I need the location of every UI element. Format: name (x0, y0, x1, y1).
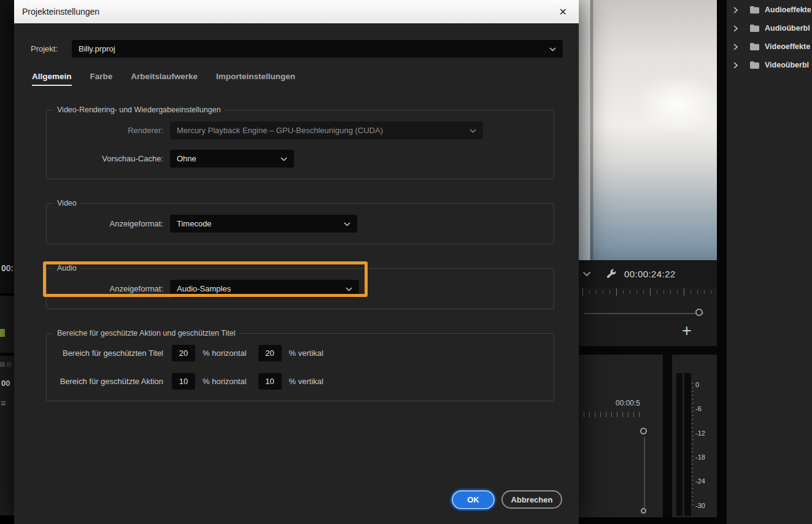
panel-divider (717, 0, 727, 524)
bin-label: Videoeffekte (765, 42, 810, 51)
group-legend: Video-Rendering- und Wiedergabeeinstellu… (53, 106, 225, 114)
tab-arbeitslaufwerke[interactable]: Arbeitslaufwerke (131, 72, 198, 86)
video-format-label: Anzeigeformat: (54, 219, 163, 228)
timeline-ruler-fragment (0, 296, 14, 353)
horizontal-unit-label: % horizontal (203, 349, 247, 358)
scrollbar-handle[interactable] (695, 309, 703, 316)
safe-title-horizontal-input[interactable] (172, 345, 195, 361)
tab-farbe[interactable]: Farbe (90, 72, 113, 86)
audio-format-dropdown[interactable]: Audio-Samples (170, 280, 359, 298)
group-legend: Bereiche für geschützte Aktion und gesch… (53, 329, 239, 337)
panel-divider (663, 355, 672, 517)
chevron-right-icon[interactable] (733, 7, 738, 13)
slider-handle[interactable] (641, 508, 646, 514)
audio-ruler-ticks (584, 412, 643, 417)
panel-divider (579, 346, 717, 355)
renderer-label: Renderer: (54, 126, 163, 135)
slider-track[interactable] (644, 437, 645, 508)
bin-row-videoeffekte[interactable]: Videoeffekte (727, 37, 812, 56)
folder-icon (750, 61, 759, 69)
safe-action-row: Bereich für geschützte Aktion % horizont… (54, 373, 554, 390)
rendering-group: Video-Rendering- und Wiedergabeeinstellu… (46, 106, 554, 179)
bin-row-audioeffekte[interactable]: Audioeffekte (727, 1, 812, 19)
chevron-down-icon (549, 44, 556, 53)
safe-action-vertical-input[interactable] (258, 373, 282, 390)
meter-scale-ticks (692, 383, 694, 507)
dialog-buttons: OK Abbrechen (14, 490, 579, 509)
meter-scale-label: 0 (695, 381, 699, 388)
chevron-down-icon (280, 154, 287, 163)
folder-icon (750, 6, 759, 13)
vertical-unit-label: % vertikal (289, 377, 323, 386)
audio-format-label: Anzeigeformat: (54, 284, 163, 293)
bin-row-videouberblendungen[interactable]: Videoüberbl (727, 56, 812, 74)
bin-row-audiouberblendungen[interactable]: Audioüberbl (727, 19, 812, 37)
safe-action-horizontal-input[interactable] (172, 373, 195, 390)
timeline-panel-fragment: 00: 00 ≡ (0, 0, 14, 524)
chevron-down-icon[interactable] (582, 271, 591, 277)
preview-cache-dropdown[interactable]: Ohne (170, 150, 294, 168)
tab-importeinstellungen[interactable]: Importeinstellungen (216, 72, 295, 86)
tab-allgemein[interactable]: Allgemein (32, 72, 72, 86)
safe-action-label: Bereich für geschützte Aktion (54, 377, 163, 386)
chevron-right-icon[interactable] (733, 44, 738, 50)
group-legend: Audio (53, 264, 81, 272)
track-toggle-icon[interactable] (7, 362, 12, 367)
renderer-row: Renderer: Mercury Playback Engine – GPU-… (54, 121, 554, 139)
chevron-right-icon[interactable] (733, 25, 738, 32)
meter-scale-label: -18 (695, 453, 705, 461)
program-monitor-panel: 00:00:24:22 + 00:00:5 0 -6 -12 -18 -24 -… (579, 0, 717, 524)
program-timecode[interactable]: 00:00:24:22 (624, 269, 676, 279)
audio-panel-fragment: 00:00:5 (579, 355, 663, 517)
chevron-down-icon (344, 219, 350, 228)
project-dropdown[interactable]: Billy.prproj (72, 40, 563, 58)
scrollbar-track[interactable] (584, 313, 704, 314)
folder-icon (750, 43, 759, 50)
project-label: Projekt: (31, 44, 66, 53)
track-counter: 00 (1, 379, 10, 388)
audio-format-dropdown-value: Audio-Samples (177, 284, 231, 293)
safe-areas-group: Bereiche für geschützte Aktion und gesch… (46, 329, 554, 401)
dialog-titlebar[interactable]: Projekteinstellungen ✕ (14, 0, 579, 23)
project-dropdown-value: Billy.prproj (79, 44, 115, 53)
video-format-dropdown-value: Timecode (177, 219, 212, 228)
safe-title-vertical-input[interactable] (258, 345, 282, 361)
audio-ruler-timecode: 00:00:5 (616, 399, 640, 407)
safe-title-row: Bereich für geschützten Titel % horizont… (54, 345, 554, 361)
preview-cache-row: Vorschau-Cache: Ohne (54, 150, 554, 168)
slider-handle[interactable] (640, 428, 647, 434)
cancel-button[interactable]: Abbrechen (501, 490, 562, 509)
video-format-dropdown[interactable]: Timecode (170, 215, 357, 233)
video-format-row: Anzeigeformat: Timecode (54, 215, 554, 233)
renderer-dropdown-value: Mercury Playback Engine – GPU-Beschleuni… (177, 126, 383, 135)
panel-edge (579, 517, 717, 524)
chevron-down-icon (470, 126, 476, 135)
close-icon[interactable]: ✕ (555, 5, 571, 19)
add-button[interactable]: + (682, 322, 692, 341)
meter-scale-label: -30 (695, 502, 705, 509)
video-group: Video Anzeigeformat: Timecode (46, 199, 554, 244)
bin-label: Audioeffekte (765, 6, 811, 14)
program-zoom-ruler[interactable] (582, 288, 711, 296)
folder-icon (750, 25, 759, 32)
hamburger-menu-icon[interactable]: ≡ (1, 398, 6, 408)
panel-edge (0, 515, 14, 524)
wrench-settings-icon[interactable] (606, 269, 616, 279)
horizontal-unit-label: % horizontal (203, 377, 247, 386)
vertical-unit-label: % vertikal (289, 349, 323, 358)
chevron-right-icon[interactable] (733, 62, 738, 69)
dialog-title: Projekteinstellungen (22, 7, 99, 17)
chevron-down-icon (346, 284, 352, 293)
audio-meter-bars (676, 373, 691, 516)
program-transport-bar: 00:00:24:22 (579, 260, 717, 287)
preview-cache-dropdown-value: Ohne (177, 154, 196, 163)
project-settings-dialog: Projekteinstellungen ✕ Projekt: Billy.pr… (14, 0, 579, 524)
premiere-pro-app: 00: 00 ≡ 00:00:24:22 + 00:00:5 (0, 0, 812, 524)
clip-fragment (0, 329, 5, 337)
ok-button[interactable]: OK (452, 490, 495, 509)
track-toggle-icon[interactable] (0, 362, 5, 367)
dialog-tabs: Allgemein Farbe Arbeitslaufwerke Importe… (32, 72, 579, 86)
project-row: Projekt: Billy.prproj (31, 40, 563, 58)
meter-scale-label: -6 (695, 405, 702, 412)
preview-cache-label: Vorschau-Cache: (54, 154, 163, 163)
